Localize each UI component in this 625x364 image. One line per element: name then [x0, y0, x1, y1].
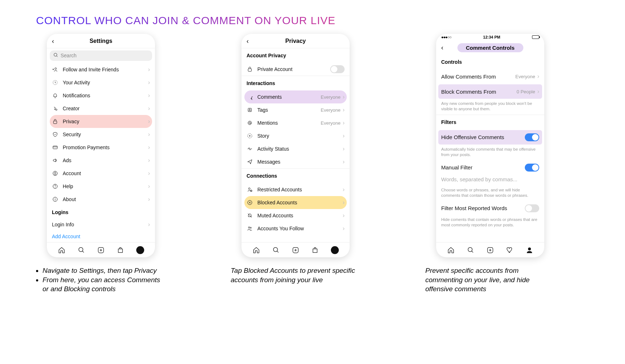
screen-header: ‹ Comment Controls [436, 40, 544, 55]
block-comments-value: 0 People [517, 89, 535, 94]
settings-row-creator[interactable]: Creator › [47, 102, 155, 115]
settings-row-privacy[interactable]: Privacy › [50, 115, 152, 128]
login-info-label: Login Info [52, 222, 148, 227]
settings-row-follow-and-invite-friends[interactable]: Follow and Invite Friends › [47, 63, 155, 76]
svg-point-16 [55, 198, 56, 199]
chevron-right-icon: › [148, 92, 150, 99]
svg-point-4 [55, 68, 57, 70]
manual-filter-subtext: Choose words or phrases, and we will hid… [436, 186, 544, 201]
bell-icon [52, 92, 58, 99]
block-comments-subtext: Any new coments from people you block wo… [436, 99, 544, 115]
most-reported-row[interactable]: Filter Most Reported Words [436, 201, 544, 216]
hide-offensive-toggle[interactable] [525, 133, 539, 141]
svg-rect-7 [53, 121, 57, 124]
most-reported-toggle[interactable] [525, 204, 539, 212]
interactions-header: Interactions [241, 76, 350, 90]
nav-home-icon[interactable] [252, 246, 260, 254]
manual-filter-toggle[interactable] [525, 164, 539, 172]
back-button[interactable]: ‹ [441, 44, 443, 52]
private-account-row[interactable]: Private Account [241, 63, 350, 76]
row-meta: Everyone [321, 94, 341, 100]
private-account-toggle[interactable] [330, 65, 345, 73]
svg-point-37 [250, 227, 251, 228]
settings-row-about[interactable]: About › [47, 193, 155, 206]
svg-point-0 [54, 53, 57, 56]
search-input[interactable]: Search [50, 50, 152, 61]
nav-heart-icon[interactable] [506, 246, 514, 254]
nav-search-icon[interactable] [77, 246, 85, 254]
row-meta: Everyone [321, 107, 341, 113]
account-privacy-header: Account Privacy [241, 48, 350, 63]
settings-row-promotion-payments[interactable]: Promotion Payments › [47, 141, 155, 154]
search-placeholder: Search [61, 53, 76, 58]
settings-row-security[interactable]: Security › [47, 128, 155, 141]
follow-icon [247, 225, 253, 232]
nav-home-icon[interactable] [58, 246, 66, 254]
back-button[interactable]: ‹ [247, 37, 249, 45]
star-gear-icon [52, 105, 58, 112]
row-label: Comments [257, 94, 321, 100]
nav-shop-icon[interactable] [311, 246, 319, 254]
row-label: About [63, 196, 148, 202]
nav-profile-icon[interactable] [526, 246, 533, 254]
interactions-row-activity-status[interactable]: Activity Status › [241, 142, 350, 155]
settings-row-ads[interactable]: Ads › [47, 154, 155, 167]
row-label: Help [63, 183, 148, 189]
interactions-row-mentions[interactable]: Mentions Everyone › [241, 116, 350, 129]
nav-profile-icon[interactable] [331, 246, 339, 254]
nav-add-icon[interactable] [292, 246, 300, 254]
settings-row-your-activity[interactable]: Your Activity › [47, 76, 155, 89]
hide-offensive-row[interactable]: Hide Offensive Comments [438, 130, 542, 145]
row-label: Tags [257, 107, 321, 113]
connections-row-muted-accounts[interactable]: Muted Accounts › [241, 209, 350, 222]
nav-shop-icon[interactable] [116, 246, 124, 254]
nav-search-icon[interactable] [272, 246, 280, 254]
user-circle-icon [52, 170, 58, 177]
chevron-right-icon: › [343, 146, 345, 152]
row-label: Notifications [63, 93, 148, 98]
chevron-right-icon: › [343, 212, 345, 219]
manual-filter-row[interactable]: Manual Filter [436, 160, 544, 175]
nav-add-icon[interactable] [486, 246, 494, 254]
login-info-row[interactable]: Login Info › [47, 219, 155, 231]
svg-rect-22 [248, 69, 251, 71]
back-button[interactable]: ‹ [52, 37, 54, 45]
row-label: Story [257, 133, 343, 139]
most-reported-subtext: Hide coments that contain words or phras… [436, 216, 544, 231]
connections-row-accounts-you-follow[interactable]: Accounts You Follow › [241, 222, 350, 235]
nav-add-icon[interactable] [97, 246, 105, 254]
allow-comments-row[interactable]: Allow Comments From Everyone › [436, 69, 544, 84]
filters-header: Filters [436, 115, 544, 129]
pulse-icon [247, 146, 253, 152]
interactions-row-story[interactable]: Story › [241, 129, 350, 142]
nav-profile-icon[interactable] [136, 246, 144, 254]
chevron-right-icon: › [148, 66, 150, 73]
settings-row-account[interactable]: Account › [47, 167, 155, 180]
row-label: Activity Status [257, 146, 343, 152]
svg-point-38 [273, 247, 278, 252]
block-comments-row[interactable]: Block Comments From 0 People › [438, 84, 542, 99]
row-label: Privacy [63, 119, 148, 124]
svg-point-25 [249, 122, 251, 124]
nav-search-icon[interactable] [467, 246, 475, 254]
add-account-row[interactable]: Add Account [47, 231, 155, 243]
connections-row-blocked-accounts[interactable]: Blocked Accounts › [244, 196, 347, 209]
settings-row-help[interactable]: Help › [47, 180, 155, 193]
chevron-right-icon: › [343, 159, 345, 165]
interactions-row-messages[interactable]: Messages › [241, 155, 350, 168]
interactions-row-tags[interactable]: Tags Everyone › [241, 103, 350, 116]
chevron-right-icon: › [148, 170, 150, 177]
chevron-right-icon: › [343, 94, 345, 100]
chevron-right-icon: › [148, 131, 150, 138]
phone-privacy: ‹ Privacy Account Privacy Private Accoun… [241, 34, 350, 257]
connections-row-restricted-accounts[interactable]: Restricted Accounts › [241, 183, 350, 196]
restrict-icon [247, 186, 253, 193]
private-account-label: Private Account [257, 66, 330, 72]
manual-filter-input[interactable]: Words, separated by commas... [436, 175, 544, 186]
nav-home-icon[interactable] [447, 246, 455, 254]
interactions-row-comments[interactable]: Comments Everyone › [244, 90, 347, 103]
hide-offensive-subtext: Automatically hide comments that may be … [436, 145, 544, 160]
connections-header: Connections [241, 169, 350, 183]
settings-row-notifications[interactable]: Notifications › [47, 89, 155, 102]
screen-header: ‹ Privacy [241, 34, 350, 48]
